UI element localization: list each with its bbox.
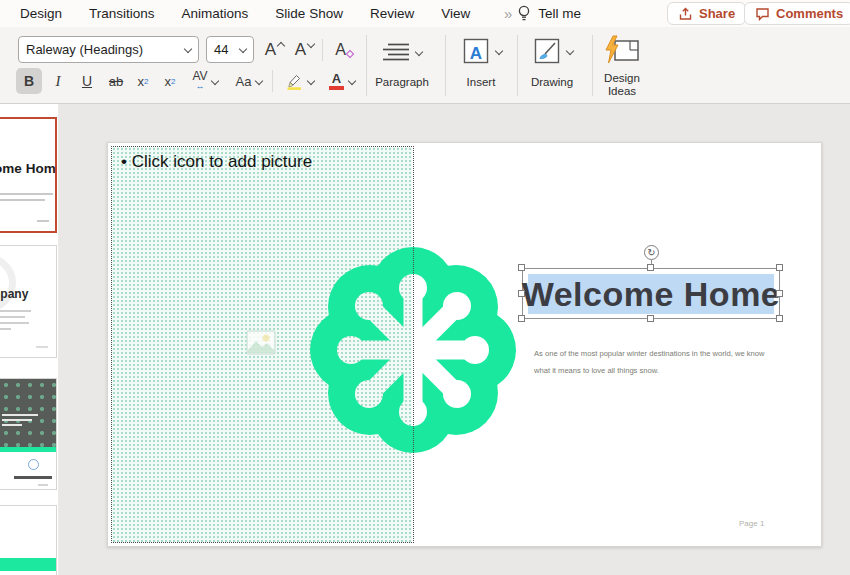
watermark-circle xyxy=(0,254,16,312)
insert-picture-icon[interactable] xyxy=(246,330,276,359)
slide-thumbnail-panel: Welcome Home Company xyxy=(0,104,59,575)
thumbnail-text-line xyxy=(2,424,22,426)
chevron-up-icon xyxy=(277,41,284,48)
resize-handle-w[interactable] xyxy=(518,290,525,297)
thumbnail-text-line xyxy=(0,199,45,201)
thumbnail-title: Company xyxy=(0,287,28,301)
rotate-icon: ↻ xyxy=(647,247,655,258)
resize-handle-sw[interactable] xyxy=(518,315,525,322)
slide-title-text[interactable]: Welcome Home xyxy=(522,275,781,314)
chevron-down-icon xyxy=(307,41,314,48)
chevron-down-icon xyxy=(239,46,246,53)
paragraph-menu-button[interactable] xyxy=(380,39,424,65)
resize-handle-se[interactable] xyxy=(776,315,783,322)
slide-body-line-2[interactable]: what it means to love all things snow. xyxy=(534,366,659,375)
thumbnail-title: Welcome Home xyxy=(0,161,57,176)
resize-handle-ne[interactable] xyxy=(776,264,783,271)
thumbnail-text-line xyxy=(14,476,52,479)
thumbnail-text-line xyxy=(0,322,29,324)
resize-handle-n[interactable] xyxy=(647,264,654,271)
thumbnail-dark-banner xyxy=(0,379,57,447)
change-case-button[interactable]: Aa xyxy=(229,68,269,94)
thumbnail-page-number xyxy=(38,484,48,486)
ribbon-home: Raleway (Headings) 44 A A A B I U xyxy=(0,27,850,104)
resize-handle-e[interactable] xyxy=(776,290,783,297)
slide-thumbnail-3[interactable] xyxy=(0,378,57,490)
clear-formatting-button[interactable]: A xyxy=(330,37,358,63)
character-spacing-button[interactable]: AV ↔ xyxy=(184,68,226,94)
italic-button[interactable]: I xyxy=(45,68,71,94)
menu-tab-review[interactable]: Review xyxy=(370,6,414,21)
subscript-button[interactable]: x2 xyxy=(157,68,183,94)
chevron-down-icon xyxy=(348,78,355,85)
menu-extra: » Tell me xyxy=(504,0,581,27)
share-icon xyxy=(678,7,693,21)
grow-font-icon: A xyxy=(265,40,276,60)
font-name-select[interactable]: Raleway (Headings) xyxy=(18,36,199,63)
bold-button[interactable]: B xyxy=(16,68,42,94)
tell-me[interactable]: Tell me xyxy=(538,6,581,21)
grow-font-button[interactable]: A xyxy=(261,37,288,63)
chevron-down-icon xyxy=(211,78,218,85)
share-button[interactable]: Share xyxy=(667,2,746,25)
slide-thumbnail-2[interactable]: Company xyxy=(0,245,57,358)
drawing-group-label: Drawing xyxy=(520,76,584,88)
chevron-down-icon xyxy=(495,48,502,55)
comments-button[interactable]: Comments xyxy=(744,2,850,25)
thumbnail-green-stripe xyxy=(0,447,57,452)
thumbnail-page-number xyxy=(36,346,48,348)
subscript-mark: 2 xyxy=(171,77,175,86)
chevron-down-icon xyxy=(415,49,422,56)
resize-handle-s[interactable] xyxy=(647,315,654,322)
superscript-mark: 2 xyxy=(144,77,148,86)
change-case-icon: Aa xyxy=(236,74,252,89)
slide-body-line-1[interactable]: As one of the most popular winter destin… xyxy=(534,349,764,358)
picture-placeholder-label: • Click icon to add picture xyxy=(121,152,312,172)
thumbnail-green-stripe xyxy=(0,558,57,571)
comments-icon xyxy=(755,7,770,21)
underline-button[interactable]: U xyxy=(74,68,100,94)
slide-canvas: • Click icon to add picture xyxy=(107,142,822,547)
insert-menu-button[interactable]: A xyxy=(460,37,504,65)
design-ideas-button[interactable] xyxy=(603,35,641,65)
underline-icon: U xyxy=(82,73,92,89)
slide-thumbnail-1[interactable]: Welcome Home xyxy=(0,117,57,233)
paragraph-icon xyxy=(383,42,410,62)
resize-handle-nw[interactable] xyxy=(518,264,525,271)
menu-tab-animations[interactable]: Animations xyxy=(182,6,249,21)
shrink-font-button[interactable]: A xyxy=(291,37,318,63)
thumbnail-text-line xyxy=(0,193,53,195)
divider xyxy=(322,39,323,61)
thumbnail-logo-icon xyxy=(28,459,39,470)
thumbnail-text-line xyxy=(2,414,38,416)
menu-tabs: Design Transitions Animations Slide Show… xyxy=(20,0,470,27)
page-number: Page 1 xyxy=(739,519,764,528)
drawing-menu-button[interactable] xyxy=(531,37,575,65)
menu-tab-view[interactable]: View xyxy=(441,6,470,21)
chevron-down-icon xyxy=(307,78,314,85)
tab-overflow-icon[interactable]: » xyxy=(504,5,510,22)
text-highlight-button[interactable] xyxy=(280,68,320,94)
drawing-brush-icon xyxy=(534,38,561,65)
menu-tab-transitions[interactable]: Transitions xyxy=(89,6,155,21)
insert-group-label: Insert xyxy=(451,76,511,88)
strikethrough-button[interactable]: ab xyxy=(103,68,129,94)
superscript-button[interactable]: x2 xyxy=(130,68,156,94)
chevron-down-icon xyxy=(184,46,191,53)
thumbnail-text-line xyxy=(0,310,31,312)
menu-tab-slide-show[interactable]: Slide Show xyxy=(275,6,343,21)
placeholder-dotted-border xyxy=(413,146,414,543)
chevron-down-icon xyxy=(566,48,573,55)
rotation-handle[interactable]: ↻ xyxy=(644,245,659,260)
menu-tab-design[interactable]: Design xyxy=(20,6,62,21)
design-ideas-label: Design Ideas xyxy=(590,72,654,98)
design-ideas-icon xyxy=(604,35,640,65)
font-color-button[interactable]: A xyxy=(322,68,362,94)
thumbnail-page-number xyxy=(37,220,49,222)
lightbulb-icon xyxy=(517,5,531,22)
font-size-select[interactable]: 44 xyxy=(206,36,254,63)
slide-thumbnail-4[interactable] xyxy=(0,505,57,575)
font-name-value: Raleway (Headings) xyxy=(26,42,143,57)
title-selection-highlight[interactable]: Welcome Home xyxy=(528,274,774,314)
group-divider xyxy=(445,35,446,96)
